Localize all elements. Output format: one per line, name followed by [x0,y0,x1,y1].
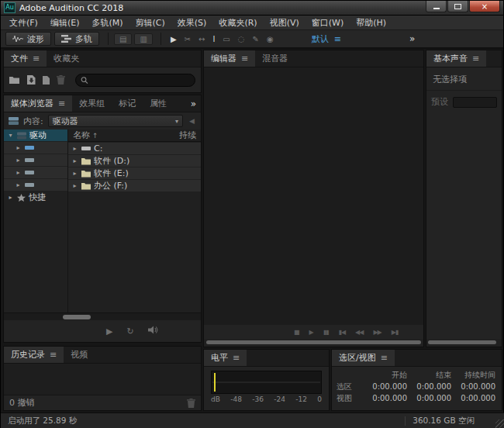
panel-menu-icon[interactable]: ≡ [381,353,388,363]
search-input[interactable] [92,76,190,85]
slip-tool-icon[interactable]: ↔ [195,35,209,43]
menu-file[interactable]: 文件(F) [3,16,44,30]
stop-icon[interactable]: ■ [294,329,299,336]
tab-files[interactable]: 文件 ≡ [4,50,47,67]
fast-forward-icon[interactable]: ▶▶ [373,329,381,336]
tab-markers[interactable]: 标记 [112,95,143,112]
chevron-collapsed-icon[interactable]: ▸ [15,144,22,151]
parent-directory-icon[interactable]: ◀ [188,117,196,125]
list-item[interactable]: ▸ 办公 (F:) [68,180,201,192]
close-button[interactable]: × [469,1,500,12]
scrollbar-thumb[interactable] [206,340,421,344]
menu-multitrack[interactable]: 多轨(M) [85,16,129,30]
rewind-icon[interactable]: ◀◀ [355,329,363,336]
menu-effects[interactable]: 效果(S) [171,16,213,30]
clear-history-button[interactable] [187,399,195,408]
view-start-value[interactable]: 0:00.000 [363,394,407,402]
tab-essential-sound[interactable]: 基本声音 ≡ [426,50,486,67]
waveform-view-button[interactable]: 波形 [5,32,51,46]
new-file-button[interactable] [43,76,50,85]
toolbar-overflow-icon[interactable]: » [409,33,415,44]
column-duration[interactable]: 持续 [179,129,196,141]
import-file-button[interactable] [27,75,36,85]
tree-item-shortcuts[interactable]: ▸ 快捷 [4,192,67,203]
column-name[interactable]: 名称 [73,129,90,141]
spectral-pitch-display-icon[interactable]: ▥ [134,33,152,45]
play-icon[interactable]: ▶ [309,329,313,336]
menu-clip[interactable]: 剪辑(C) [129,16,171,30]
time-selection-tool-icon[interactable]: I [209,35,219,43]
lasso-selection-tool-icon[interactable]: ◌ [234,35,249,43]
marquee-selection-tool-icon[interactable]: ▭ [219,35,233,43]
tree-item-drive[interactable]: ▸ [4,167,67,178]
drive-select[interactable]: 驱动器 ▾ [48,115,183,127]
list-item[interactable]: ▸ C: [68,143,201,154]
tab-history[interactable]: 历史记录 ≡ [4,347,64,363]
preset-dropdown[interactable] [453,97,497,108]
view-end-value[interactable]: 0:00.000 [407,394,451,402]
workspace-switcher[interactable]: 默认 ≡ [312,33,341,45]
chevron-collapsed-icon[interactable]: ▸ [71,145,78,152]
tab-selection-view[interactable]: 选区/视图 ≡ [332,350,395,366]
resize-grip[interactable] [495,419,504,428]
chevron-collapsed-icon[interactable]: ▸ [7,194,14,201]
skip-back-icon[interactable]: ▮◀ [339,329,346,336]
panel-menu-icon[interactable]: ≡ [233,353,240,363]
razor-tool-icon[interactable]: ✂ [181,35,195,43]
workspace-menu-icon[interactable]: ≡ [334,34,341,44]
loop-playback-icon[interactable]: ↻ [126,326,133,337]
maximize-button[interactable] [447,1,468,12]
tab-editor[interactable]: 编辑器 ≡ [204,50,255,67]
chevron-expanded-icon[interactable]: ▾ [7,132,14,139]
preview-play-icon[interactable]: ▶ [106,326,112,337]
menu-help[interactable]: 帮助(H) [350,16,392,30]
waveform-display-area[interactable] [204,67,423,325]
tab-effects-rack[interactable]: 效果组 [72,95,112,112]
chevron-collapsed-icon[interactable]: ▸ [15,181,22,188]
level-meter[interactable] [211,371,322,394]
panel-menu-icon[interactable]: ≡ [50,350,57,360]
list-item[interactable]: ▸ 软件 (E:) [68,167,201,179]
chevron-collapsed-icon[interactable]: ▸ [71,157,78,164]
chevron-collapsed-icon[interactable]: ▸ [15,169,22,176]
multitrack-view-button[interactable]: 多轨 [54,32,99,46]
panel-menu-icon[interactable]: ≡ [241,54,248,64]
selection-start-value[interactable]: 0:00.000 [363,382,407,391]
tree-item-drive[interactable]: ▸ [4,179,67,191]
app-icon[interactable]: Au [4,2,16,13]
horizontal-scrollbar[interactable] [4,312,201,320]
tree-item-drive[interactable]: ▸ [4,142,67,154]
tree-item-drives[interactable]: ▾ 驱动 [4,129,67,141]
move-tool-icon[interactable]: ▶ [167,35,181,43]
delete-file-button[interactable] [57,75,65,85]
tab-favorites[interactable]: 收藏夹 [47,50,86,67]
chevron-collapsed-icon[interactable]: ▸ [15,157,22,164]
selection-duration-value[interactable]: 0:00.000 [451,382,495,391]
pause-icon[interactable]: ▮▮ [323,329,329,336]
panel-menu-icon[interactable]: ≡ [472,54,479,64]
paintbrush-selection-tool-icon[interactable]: ✎ [249,35,263,43]
tab-levels[interactable]: 电平 ≡ [204,350,247,366]
chevron-collapsed-icon[interactable]: ▸ [71,182,78,189]
menu-favorites[interactable]: 收藏夹(R) [212,16,263,30]
menu-edit[interactable]: 编辑(E) [44,16,86,30]
view-duration-value[interactable]: 0:00.000 [451,394,495,402]
tab-video[interactable]: 视频 [64,347,95,363]
horizontal-scrollbar[interactable] [426,339,502,347]
selection-end-value[interactable]: 0:00.000 [407,382,451,391]
zoom-navigator-scrollbar[interactable] [204,339,423,347]
menu-view[interactable]: 视图(V) [264,16,306,30]
panel-menu-icon[interactable]: ≡ [33,54,40,64]
minimize-button[interactable] [426,1,447,12]
scrollbar-thumb[interactable] [428,340,496,344]
open-file-button[interactable] [9,76,20,85]
panel-menu-icon[interactable]: ≡ [58,98,65,109]
tab-mixer[interactable]: 混音器 [255,50,295,67]
menu-window[interactable]: 窗口(W) [306,16,350,30]
scrollbar-thumb[interactable] [63,315,91,319]
tree-item-drive[interactable]: ▸ [4,154,67,166]
tab-media-browser[interactable]: 媒体浏览器 ≡ [4,95,72,112]
spectral-frequency-display-icon[interactable]: ▤ [114,33,132,45]
auto-play-speaker-icon[interactable] [148,326,158,337]
tab-properties[interactable]: 属性 [143,95,174,112]
